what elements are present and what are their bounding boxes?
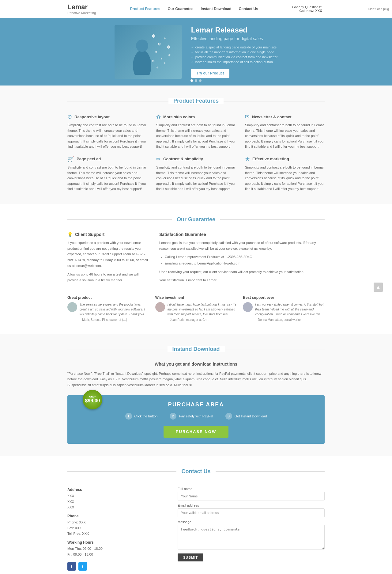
contact-section: Contact Us Address XXX XXX XXX Phone Pho…	[0, 456, 392, 574]
purchase-badge: ONLY $99.00	[83, 390, 102, 409]
questions-area: Got any Questions? Call now: XXX	[292, 5, 322, 13]
hours-line2: Fri: 09.00 - 15.00	[67, 552, 165, 557]
guarantee-client-support: 💡 Client Support If you experience a pro…	[67, 232, 150, 286]
test-author-2: – Jean Paris, manager at Ch…	[168, 318, 237, 321]
pagepeel-icon: 🛒	[67, 156, 74, 162]
svg-text:❄: ❄	[164, 62, 166, 65]
logo-name: Lemar	[67, 3, 96, 11]
hero-subtitle: Effective landing page for digital sales	[191, 36, 277, 41]
contact-title: Contact Us	[67, 468, 325, 475]
client-support-title: 💡 Client Support	[67, 232, 150, 237]
features-grid: ⊙ Responsive layout Simplicity and contr…	[67, 113, 325, 192]
feature-item-3: ✉ Newsletter & contact Simplicity and co…	[245, 113, 325, 150]
feature-title-2: More skin colors	[163, 115, 195, 119]
skincolors-icon: ✿	[156, 113, 161, 120]
feature-title-3: Newsletter & contact	[252, 115, 292, 119]
responsive-icon: ⊙	[67, 113, 72, 120]
purchase-area: ONLY $99.00 PURCHASE AREA 1 Click the bu…	[67, 395, 325, 444]
feature-text-2: Simplicity and contrast are both to be f…	[156, 123, 236, 150]
main-nav: Product Features Our Guarantee Instant D…	[130, 7, 258, 11]
logo: Lemar Effective Marketing	[67, 3, 96, 15]
phone-title: Phone	[67, 514, 165, 518]
twitter-icon[interactable]: t	[78, 562, 87, 571]
nav-instant-download[interactable]: Instant Download	[201, 7, 232, 11]
feature-text-3: Simplicity and contrast are both to be f…	[245, 123, 325, 150]
hero-feature-2: focus all the important information in o…	[191, 50, 277, 54]
email-label: Email address	[178, 504, 325, 507]
address-title: Address	[67, 488, 165, 492]
feature-text-1: Simplicity and contrast are both to be f…	[67, 123, 147, 150]
test-author-1: – Mark, Berecto Pills, owner of (…)	[80, 318, 149, 321]
contact-inner: Address XXX XXX XXX Phone Phone: XXX Fax…	[67, 484, 325, 571]
email-input[interactable]	[178, 508, 325, 517]
avatar-2	[155, 302, 165, 312]
nav-contact-us[interactable]: Contact Us	[239, 7, 258, 11]
test-text-1: The services were great and the product …	[80, 302, 149, 317]
address-line1: XXX	[67, 493, 165, 499]
address-line2: XXX	[67, 499, 165, 505]
hero-feature-1: create a special landing page outside of…	[191, 45, 277, 49]
satisfaction-text1: Lemar's goal is that you are completely …	[159, 240, 325, 251]
fullname-label: Full name	[178, 487, 325, 491]
nav-our-guarantee[interactable]: Our Guarantee	[168, 7, 194, 11]
svg-text:❄: ❄	[160, 57, 163, 60]
feature-text-5: Simplicity and contrast are both to be f…	[156, 165, 236, 192]
facebook-icon[interactable]: f	[67, 562, 76, 571]
feature-item-4: 🛒 Page peel ad Simplicity and contrast a…	[67, 156, 147, 192]
feature-text-4: Simplicity and contrast are both to be f…	[67, 165, 147, 192]
client-support-text1: If you experience a problem with your ne…	[67, 240, 150, 268]
submit-button[interactable]: SUBMIT	[178, 553, 203, 561]
hero-features: create a special landing page outside of…	[191, 45, 277, 64]
fullname-input[interactable]	[178, 492, 325, 500]
feature-item-5: ✏ Contrast & simplicity Simplicity and c…	[156, 156, 236, 192]
satisfaction-text3: Your satisfaction is important to Lemar!	[159, 277, 325, 283]
hero-image: ❄ ❄ ❄ ❄ ❄ ❄ ❄ ❄ ❄ ❄	[115, 25, 182, 79]
bullet-1: Calling Lemar Improvement Products at 1-…	[165, 254, 325, 260]
logo-tagline: Effective Marketing	[67, 11, 96, 15]
nav-product-features[interactable]: Product Features	[130, 7, 160, 11]
svg-text:❄: ❄	[151, 59, 155, 63]
hero-feature-3: provide communication via contact form a…	[191, 55, 277, 59]
dot-3[interactable]	[199, 79, 202, 82]
header: Lemar Effective Marketing Product Featur…	[0, 0, 392, 18]
message-label: Message	[178, 520, 325, 524]
testimonial-2: Wise investment I didn't have much hope …	[155, 295, 237, 321]
feature-title-4: Page peel ad	[77, 157, 101, 161]
contrast-icon: ✏	[156, 156, 161, 162]
test-text-2: I didn't have much hope first but now I …	[168, 302, 237, 317]
hero-cta-button[interactable]: Try our Product	[191, 69, 229, 78]
hero-title: Lemar Released	[191, 26, 277, 34]
phone-line2: Fax: XXX	[67, 525, 165, 531]
test-author-3: – Donna Manhattan, social worker	[255, 318, 325, 321]
feature-item-2: ✿ More skin colors Simplicity and contra…	[156, 113, 236, 150]
satisfaction-title: Satisfaction Guarantee	[159, 232, 325, 237]
guarantee-section: Our Guarantee 💡 Client Support If you ex…	[0, 204, 392, 334]
address-line3: XXX	[67, 504, 165, 510]
social-icons: f t	[67, 562, 165, 571]
guarantee-inner: 💡 Client Support If you experience a pro…	[67, 232, 325, 286]
newsletter-icon: ✉	[245, 113, 250, 120]
hours-line1: Mon-Thu: 09.00 - 18.00	[67, 546, 165, 552]
purchase-now-button[interactable]: PURCHASE NOW	[164, 426, 228, 438]
message-textarea[interactable]	[178, 525, 325, 549]
feature-text-6: Simplicity and contrast are both to be f…	[245, 165, 325, 192]
dot-1[interactable]	[190, 79, 193, 82]
product-features-title: Product Features	[67, 98, 325, 104]
scroll-to-top-button[interactable]: ▲	[374, 283, 383, 292]
svg-point-0	[133, 50, 151, 75]
svg-point-1	[136, 40, 148, 52]
plugin-message: uldn't load plug	[368, 7, 389, 11]
feature-title-6: Effective marketing	[252, 157, 289, 161]
download-section: Instand Download What you get and downlo…	[0, 334, 392, 456]
hours-title: Working Hours	[67, 540, 165, 545]
feature-item-1: ⊙ Responsive layout Simplicity and contr…	[67, 113, 147, 150]
bulb-icon: 💡	[67, 232, 73, 237]
hero-feature-4: never dismiss the importance of call to …	[191, 60, 277, 64]
purchase-title: PURCHASE AREA	[77, 401, 315, 408]
step-3: 3 Get Instant Download	[225, 413, 267, 420]
testimonial-3: Best support ever I am not very skilled …	[243, 295, 325, 321]
dot-2[interactable]	[195, 79, 197, 82]
guarantee-title: Our Guarantee	[67, 216, 325, 223]
test-text-3: I am not very skilled when it comes to t…	[255, 302, 325, 317]
download-text: "Purchase Now", "Free Trial" or "Instant…	[67, 371, 325, 388]
